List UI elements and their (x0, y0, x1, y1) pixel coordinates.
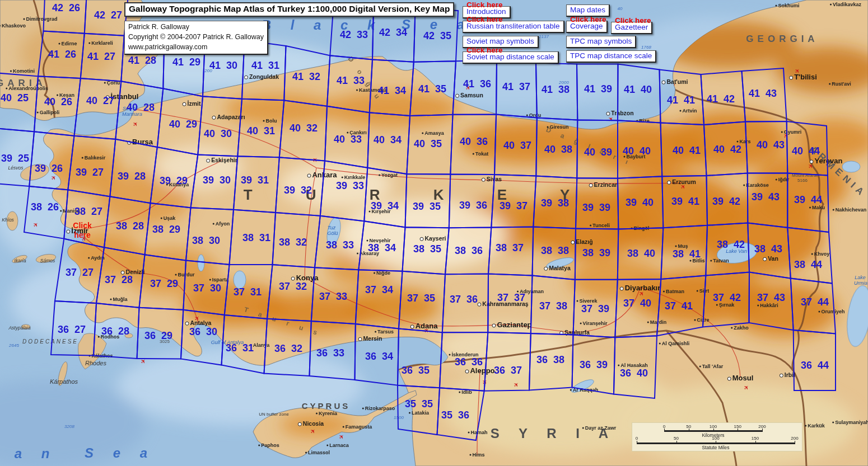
map-sheet-cell-37-36[interactable]: 37 36 (442, 274, 488, 333)
map-sheet-cell-39-28[interactable]: 39 28 (110, 139, 157, 203)
map-sheet-cell-39-43[interactable]: 39 43 (748, 173, 788, 228)
sheet-cell-label-39-38[interactable]: 39 38 (541, 197, 569, 209)
sheet-cell-label-41-37[interactable]: 41 37 (502, 81, 530, 92)
map-sheet-cell-36-27[interactable]: 36 27 (51, 301, 96, 356)
sheet-cell-label-38-31[interactable]: 38 31 (242, 232, 270, 243)
sheet-cell-label-35-36[interactable]: 35 36 (441, 409, 469, 421)
sheet-cell-label-42-26[interactable]: 42 26 (52, 2, 80, 13)
map-sheet-cell-40-43[interactable]: 40 43 (745, 121, 787, 173)
map-sheet-cell-38-32[interactable]: 38 32 (273, 213, 320, 267)
map-sheet-cell-40-27[interactable]: 40 27 (74, 78, 122, 139)
sheet-cell-label-42-33[interactable]: 42 33 (340, 29, 368, 40)
sheet-cell-label-38-33[interactable]: 38 33 (326, 239, 354, 251)
map-sheet-cell-40-31[interactable]: 40 31 (237, 99, 284, 157)
map-sheet-cell-36-37[interactable]: 36 37 (484, 332, 531, 391)
sheet-cell-label-39-25[interactable]: 39 25 (1, 153, 29, 164)
sheet-cell-label-38-41[interactable]: 38 41 (673, 248, 701, 260)
map-sheet-cell-41-42[interactable]: 41 42 (701, 71, 746, 125)
map-sheet-cell-40-42[interactable]: 40 42 (704, 122, 748, 176)
sheet-cell-label-37-33[interactable]: 37 33 (319, 291, 347, 302)
sheet-cell-label-39-32[interactable]: 39 32 (284, 185, 312, 196)
map-sheet-cell-36-36[interactable]: 36 36 (440, 332, 488, 391)
sheet-cell-label-40-32[interactable]: 40 32 (290, 123, 318, 134)
map-sheet-cell-42-27[interactable]: 42 27 (85, 0, 129, 36)
map-sheet-cell-40-30[interactable]: 40 30 (198, 96, 242, 156)
sheet-cell-label-40-28[interactable]: 40 28 (127, 102, 155, 113)
sheet-cell-label-41-33[interactable]: 41 33 (337, 75, 365, 86)
map-sheet-cell-36-31[interactable]: 36 31 (222, 315, 268, 374)
izmir-click-here-link[interactable]: Click here (73, 221, 91, 240)
click-here-label-russian-transliteration-table[interactable]: Click here (466, 15, 503, 23)
sheet-cell-label-41-27[interactable]: 41 27 (87, 51, 115, 62)
sheet-cell-label-36-29[interactable]: 36 29 (144, 330, 172, 341)
sheet-cell-label-38-36[interactable]: 38 36 (455, 245, 483, 256)
sheet-cell-label-41-43[interactable]: 41 43 (749, 88, 777, 99)
sheet-cell-border-40-30[interactable] (198, 96, 242, 156)
sheet-cell-label-38-39[interactable]: 38 39 (582, 247, 610, 258)
map-sheet-cell-37-37[interactable]: 37 37 (488, 274, 532, 334)
map-sheet-cell-40-37[interactable]: 40 37 (494, 115, 537, 176)
sheet-cell-label-38-30[interactable]: 38 30 (192, 235, 220, 246)
sheet-cell-label-38-40[interactable]: 38 40 (627, 248, 655, 259)
map-sheet-cell-39-36[interactable]: 39 36 (449, 175, 494, 228)
sheet-cell-label-36-36[interactable]: 36 36 (455, 356, 483, 368)
map-sheet-cell-37-38[interactable]: 37 38 (531, 276, 575, 335)
sheet-cell-label-39-26[interactable]: 39 26 (35, 163, 63, 174)
map-sheet-cell-40-39[interactable]: 40 39 (577, 120, 618, 178)
sheet-cell-label-41-34[interactable]: 41 34 (378, 85, 406, 96)
map-sheet-cell-40-25[interactable]: 40 25 (0, 73, 38, 131)
map-sheet-cell-41-37[interactable]: 41 37 (496, 60, 537, 118)
sheet-cell-label-37-42[interactable]: 37 42 (713, 292, 741, 303)
sheet-cell-label-37-38[interactable]: 37 38 (539, 300, 567, 312)
sheet-cell-label-39-30[interactable]: 39 30 (203, 175, 231, 186)
map-sheet-cell-40-32[interactable]: 40 32 (279, 100, 327, 161)
sheet-cell-label-36-37[interactable]: 36 37 (494, 365, 522, 376)
map-sheet-cell-39-32[interactable]: 39 32 (276, 157, 325, 216)
sheet-cell-label-39-37[interactable]: 39 37 (500, 200, 528, 211)
sheet-cell-label-36-28[interactable]: 36 28 (101, 326, 129, 337)
map-sheet-cell-40-29[interactable]: 40 29 (157, 88, 203, 154)
nav-link-tpc-map-distance-scale[interactable]: TPC map distance scale (566, 50, 656, 63)
map-sheet-cell-41-32[interactable]: 41 32 (284, 46, 330, 106)
sheet-cell-border-37-34[interactable] (356, 270, 403, 328)
sheet-cell-label-38-29[interactable]: 38 29 (152, 224, 180, 235)
map-sheet-cell-38-41[interactable]: 38 41 (661, 225, 707, 279)
map-sheet-cell-37-43[interactable]: 37 43 (749, 272, 794, 331)
sheet-cell-border-39-34[interactable] (364, 168, 407, 228)
sheet-cell-label-40-35[interactable]: 40 35 (414, 138, 442, 149)
sheet-cell-label-38-42[interactable]: 38 42 (717, 239, 745, 250)
map-sheet-cell-36-39[interactable]: 36 39 (572, 335, 615, 394)
sheet-cell-label-39-43[interactable]: 39 43 (752, 191, 780, 203)
sheet-cell-label-41-26[interactable]: 41 26 (48, 49, 76, 60)
sheet-cell-label-40-41[interactable]: 40 41 (673, 145, 701, 156)
sheet-cell-label-40-43[interactable]: 40 43 (757, 139, 785, 150)
map-sheet-cell-40-38[interactable]: 40 38 (536, 118, 577, 178)
credit-url[interactable]: www.patrickgalloway.com (128, 42, 264, 52)
map-sheet-cell-37-35[interactable]: 37 35 (399, 271, 445, 333)
sheet-cell-label-38-44[interactable]: 38 44 (794, 259, 822, 270)
sheet-cell-label-41-42[interactable]: 41 42 (707, 93, 735, 105)
map-sheet-cell-39-29[interactable]: 39 29 (151, 147, 198, 208)
sheet-cell-label-41-28[interactable]: 41 28 (128, 55, 156, 66)
sheet-cell-label-40-27[interactable]: 40 27 (86, 95, 114, 106)
map-sheet-cell-37-34[interactable]: 37 34 (356, 270, 403, 328)
sheet-cell-label-36-38[interactable]: 36 38 (536, 354, 564, 365)
map-sheet-cell-37-30[interactable]: 37 30 (183, 261, 229, 316)
map-sheet-cell-39-40[interactable]: 39 40 (618, 176, 663, 229)
map-sheet-cell-38-28[interactable]: 38 28 (104, 196, 151, 255)
map-sheet-cell-38-43[interactable]: 38 43 (748, 223, 791, 279)
map-sheet-cell-41-43[interactable]: 41 43 (742, 68, 787, 122)
sheet-cell-label-37-28[interactable]: 37 28 (105, 274, 133, 285)
sheet-cell-label-37-30[interactable]: 37 30 (193, 283, 221, 294)
map-sheet-cell-38-35[interactable]: 38 35 (403, 227, 449, 274)
sheet-cell-label-36-32[interactable]: 36 32 (274, 343, 302, 354)
map-sheet-cell-40-26[interactable]: 40 26 (34, 76, 81, 136)
sheet-cell-label-37-34[interactable]: 37 34 (365, 284, 393, 295)
sheet-cell-border-36-37[interactable] (484, 332, 531, 391)
map-sheet-cell-37-44[interactable]: 37 44 (791, 279, 836, 334)
click-here-label-gazetteer[interactable]: Click here (615, 16, 651, 25)
map-sheet-cell-39-39[interactable]: 39 39 (576, 178, 618, 229)
map-sheet-cell-39-42[interactable]: 39 42 (707, 173, 748, 225)
map-sheet-cell-37-29[interactable]: 37 29 (139, 255, 186, 310)
map-sheet-cell-40-40[interactable]: 40 40 (618, 120, 662, 178)
